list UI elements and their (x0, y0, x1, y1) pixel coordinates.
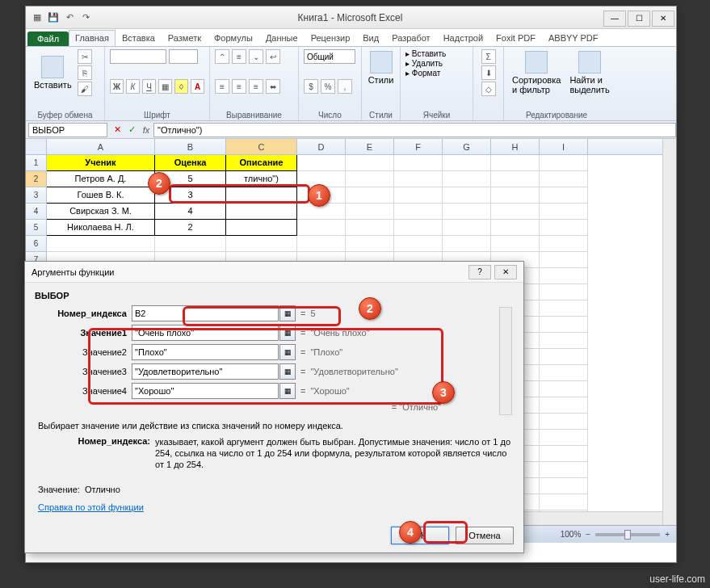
cell[interactable] (297, 236, 346, 252)
fill-down-button[interactable]: ⬇ (481, 65, 496, 80)
cell[interactable]: Ученик (47, 155, 155, 171)
tab-addins[interactable]: Надстрой (437, 30, 489, 46)
arg-input[interactable] (132, 344, 279, 360)
range-picker-icon[interactable]: ▦ (279, 325, 296, 341)
cell[interactable] (443, 236, 491, 252)
column-header[interactable]: I (540, 139, 588, 154)
cell[interactable]: Описание (226, 155, 297, 171)
cell[interactable]: 2 (155, 220, 226, 236)
column-header[interactable]: E (346, 139, 394, 154)
percent-button[interactable]: % (321, 79, 335, 94)
redo-icon[interactable]: ↷ (79, 11, 92, 24)
zoom-out-button[interactable]: − (586, 530, 590, 539)
bold-button[interactable]: Ж (110, 79, 124, 94)
cell[interactable] (540, 430, 588, 446)
cell[interactable] (226, 204, 297, 220)
dialog-titlebar[interactable]: Аргументы функции ? ✕ (25, 262, 523, 283)
format-cells[interactable]: ▸ Формат (405, 69, 468, 78)
help-link[interactable]: Справка по этой функции (38, 502, 144, 512)
size-combo[interactable] (169, 49, 198, 64)
cell[interactable] (540, 494, 588, 510)
cell[interactable] (155, 236, 226, 252)
cell[interactable]: Петров А. Д. (47, 171, 155, 187)
cell[interactable] (394, 155, 443, 171)
cell[interactable] (540, 252, 588, 268)
column-header[interactable]: C (226, 139, 297, 154)
cell[interactable] (443, 171, 491, 187)
undo-icon[interactable]: ↶ (63, 11, 76, 24)
cell[interactable] (443, 220, 491, 236)
cell[interactable] (540, 284, 588, 300)
sort-filter-button[interactable]: Сортировка и фильтр (509, 49, 564, 96)
zoom-slider[interactable] (595, 533, 660, 536)
range-picker-icon[interactable]: ▦ (279, 344, 296, 360)
tab-formulas[interactable]: Формулы (208, 30, 259, 46)
cell[interactable] (540, 397, 588, 414)
cell[interactable]: Николаева Н. Л. (47, 220, 155, 236)
copy-icon[interactable]: ⎘ (78, 65, 92, 80)
accept-formula-icon[interactable]: ✓ (124, 123, 139, 137)
cell[interactable] (540, 268, 588, 284)
tab-home[interactable]: Главная (69, 30, 116, 46)
cell[interactable] (540, 478, 588, 494)
comma-button[interactable]: , (338, 79, 352, 94)
cell[interactable] (491, 171, 540, 187)
currency-button[interactable]: $ (304, 79, 318, 94)
delete-cells[interactable]: ▸ Удалить (405, 59, 468, 68)
arg-input[interactable] (132, 305, 279, 321)
name-box[interactable]: ВЫБОР (28, 123, 107, 137)
tab-developer[interactable]: Разработ (385, 30, 436, 46)
select-all-corner[interactable] (26, 139, 47, 154)
maximize-button[interactable]: ☐ (628, 10, 650, 27)
cell[interactable] (394, 220, 443, 236)
arg-input[interactable] (132, 383, 279, 399)
cell[interactable]: Свирская З. М. (47, 204, 155, 220)
cell[interactable] (346, 204, 394, 220)
align-center[interactable]: ≡ (232, 79, 246, 94)
insert-cells[interactable]: ▸ Вставить (405, 49, 468, 58)
cell[interactable] (443, 155, 491, 171)
align-mid[interactable]: ≡ (232, 49, 246, 64)
cell[interactable] (540, 317, 588, 333)
cell[interactable] (491, 220, 540, 236)
cell[interactable] (540, 446, 588, 462)
cell[interactable]: тлично") (226, 171, 297, 187)
cancel-formula-icon[interactable]: ✕ (110, 123, 124, 137)
underline-button[interactable]: Ч (142, 79, 156, 94)
cell[interactable] (491, 187, 540, 204)
cell[interactable] (540, 414, 588, 430)
cell[interactable] (226, 187, 297, 204)
minimize-button[interactable]: — (603, 10, 626, 27)
tab-abbyy[interactable]: ABBYY PDF (542, 30, 605, 46)
cut-icon[interactable]: ✂ (78, 49, 92, 64)
row-header[interactable]: 3 (26, 187, 47, 204)
cell[interactable] (443, 187, 491, 204)
italic-button[interactable]: К (126, 79, 140, 94)
row-header[interactable]: 1 (26, 155, 47, 171)
cell[interactable] (540, 365, 588, 381)
fx-icon[interactable]: fx (139, 123, 153, 137)
cell[interactable] (394, 236, 443, 252)
vertical-scrollbar[interactable] (662, 139, 676, 525)
tab-data[interactable]: Данные (259, 30, 305, 46)
cell[interactable] (394, 204, 443, 220)
row-header[interactable]: 2 (26, 171, 47, 187)
cell[interactable] (540, 236, 588, 252)
tab-view[interactable]: Вид (356, 30, 385, 46)
cancel-button[interactable]: Отмена (456, 527, 514, 544)
cell[interactable]: Оценка (155, 155, 226, 171)
close-button[interactable]: ✕ (652, 10, 674, 27)
range-picker-icon[interactable]: ▦ (279, 363, 296, 380)
file-tab[interactable]: Файл (27, 32, 69, 46)
cell[interactable] (540, 204, 588, 220)
range-picker-icon[interactable]: ▦ (279, 305, 296, 321)
fill-button[interactable]: ◊ (174, 79, 188, 94)
styles-button[interactable]: Стили (367, 49, 395, 86)
cell[interactable] (540, 349, 588, 365)
cell[interactable] (540, 381, 588, 397)
cell[interactable] (346, 155, 394, 171)
cell[interactable] (491, 204, 540, 220)
tab-foxit[interactable]: Foxit PDF (489, 30, 542, 46)
cell[interactable] (540, 187, 588, 204)
wrap-button[interactable]: ↩ (266, 49, 280, 64)
